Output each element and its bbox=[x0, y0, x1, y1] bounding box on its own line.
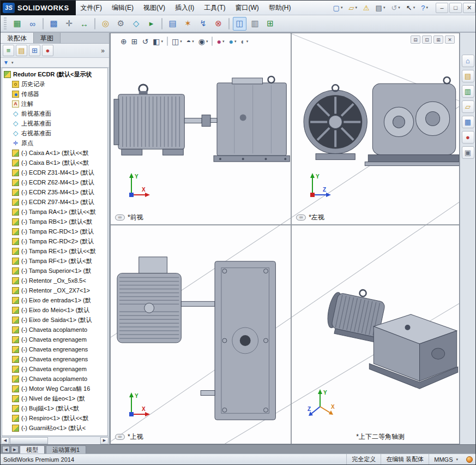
scroll-track[interactable] bbox=[10, 437, 100, 444]
help-icon[interactable]: ? ▾ bbox=[418, 2, 431, 14]
linear-component-pattern-icon[interactable]: ▩ bbox=[47, 17, 61, 31]
assembly-visualization-icon[interactable]: ▥ bbox=[248, 17, 262, 31]
separator[interactable]: ▾ bbox=[212, 37, 213, 46]
exploded-view-icon[interactable]: ✶ bbox=[181, 17, 195, 31]
propertymanager-tab-icon[interactable]: ▤ bbox=[16, 45, 27, 56]
custom-properties-icon[interactable]: ● bbox=[462, 131, 474, 144]
zoom-to-fit-icon[interactable]: ⊕ ▾ bbox=[118, 35, 129, 47]
tree-item[interactable]: (-) Chaveta engrenagens bbox=[2, 344, 107, 354]
new-document-icon[interactable]: ▢ ▾ bbox=[330, 2, 346, 14]
toolbar-grip-icon[interactable] bbox=[4, 17, 7, 29]
save-warning-icon[interactable]: ⚠ ▾ bbox=[360, 2, 372, 14]
overflow-chevron-icon[interactable]: » bbox=[99, 47, 107, 55]
minimize-button[interactable]: – bbox=[436, 3, 448, 13]
tab-scroll-left-button[interactable]: ◀ bbox=[2, 446, 10, 453]
left-view-pane[interactable]: Y Z ∞ *左视 bbox=[292, 33, 459, 225]
tree-item[interactable]: 原点 bbox=[2, 138, 107, 148]
view-settings-icon[interactable]: ◐ ▾ bbox=[238, 35, 250, 47]
tab-scroll-right-button[interactable]: ▶ bbox=[11, 446, 19, 453]
tree-item[interactable]: (-) Eixo do Meio<1> (默认 bbox=[2, 305, 107, 315]
menu-item[interactable]: 插入(I) bbox=[170, 1, 199, 15]
document-tab[interactable]: 运动算例1 bbox=[46, 445, 86, 454]
separator[interactable] bbox=[43, 18, 44, 29]
smart-fasteners-icon[interactable]: ✛ bbox=[62, 17, 76, 31]
child-maximize-button[interactable]: ⊞ bbox=[433, 35, 443, 44]
tree-item[interactable]: (-) Retentor _Ox_5x8.5< bbox=[2, 276, 107, 285]
view-orientation-icon[interactable]: ◫ ▾ bbox=[170, 35, 184, 47]
tree-item[interactable]: 历史记录 bbox=[2, 79, 107, 89]
solidworks-resources-icon[interactable]: ⌂ bbox=[462, 55, 474, 67]
tree-item[interactable]: 上视基准面 bbox=[2, 118, 107, 128]
tree-item[interactable]: (-) Chaveta acoplamento bbox=[2, 325, 107, 335]
tree-item[interactable]: (-) Retentor _OX_2X7<1> bbox=[2, 285, 107, 295]
close-button[interactable]: ✕ bbox=[463, 3, 475, 13]
status-sphere-icon[interactable] bbox=[466, 456, 473, 463]
interference-detection-icon[interactable]: ⊗ bbox=[212, 17, 225, 31]
explode-line-sketch-icon[interactable]: ↯ bbox=[196, 17, 210, 31]
maximize-button[interactable]: □ bbox=[449, 3, 462, 13]
undo-icon[interactable]: ↺ ▾ bbox=[388, 2, 402, 14]
mate-icon[interactable]: ∞ bbox=[26, 17, 39, 31]
edit-appearance-icon[interactable]: ● ▾ bbox=[214, 35, 226, 47]
featuremanager-tab-icon[interactable]: ≡ bbox=[3, 45, 14, 56]
forum-icon[interactable]: ▣ bbox=[462, 146, 474, 159]
bill-of-materials-icon[interactable]: ▤ bbox=[166, 17, 179, 31]
separator[interactable] bbox=[94, 18, 95, 29]
scroll-thumb[interactable] bbox=[10, 437, 48, 444]
tree-item[interactable]: (-) ECDR Z62-M4<1> (默认 bbox=[2, 177, 107, 187]
tree-item[interactable]: (-) Tampa Superior<1> (默 bbox=[2, 266, 107, 276]
separator[interactable]: ▾ bbox=[167, 37, 168, 46]
tree-item[interactable]: (-) Tampa RA<1> (默认<<默 bbox=[2, 207, 107, 217]
tree-item[interactable]: 右视基准面 bbox=[2, 128, 107, 138]
tree-item[interactable]: (-) Eixo de Saida<1> (默认 bbox=[2, 315, 107, 325]
tree-item[interactable]: (-) ECDR Z31-M4<1> (默认 bbox=[2, 168, 107, 177]
scroll-right-button[interactable]: ▶ bbox=[100, 437, 109, 444]
appearances-scenes-icon[interactable]: ▦ bbox=[462, 116, 474, 128]
show-hidden-components-icon[interactable]: ◎ bbox=[99, 17, 112, 31]
menu-item[interactable]: 窗口(W) bbox=[231, 1, 264, 15]
tree-item[interactable]: (-) Caixa B<1> (默认<<默 bbox=[2, 158, 107, 168]
tree-item[interactable]: 传感器 bbox=[2, 89, 107, 99]
panel-tab[interactable]: 装配体 bbox=[1, 33, 34, 43]
graphics-viewport[interactable]: Y X ∞ *前视 bbox=[110, 33, 460, 444]
scroll-left-button[interactable]: ◀ bbox=[1, 437, 9, 444]
separator[interactable] bbox=[161, 18, 162, 29]
section-view-icon[interactable]: ◧ ▾ bbox=[150, 35, 165, 47]
tree-item[interactable]: (-) Tampa RC-RD<1> (默认 bbox=[2, 226, 107, 236]
menu-item[interactable]: 文件(F) bbox=[76, 1, 107, 15]
assembly-features-icon[interactable]: ⚙ bbox=[114, 17, 128, 31]
tree-item[interactable]: (-) Guarni秥o<1> (默认< bbox=[2, 423, 107, 433]
new-motion-study-icon[interactable]: ▸ bbox=[144, 17, 158, 31]
tree-item[interactable]: 前视基准面 bbox=[2, 109, 107, 118]
child-close-button[interactable]: ✕ bbox=[445, 35, 455, 44]
tree-item[interactable]: (-) Tampa RC-RD<2> (默认 bbox=[2, 236, 107, 246]
zoom-to-area-icon[interactable]: ⊞ ▾ bbox=[129, 35, 140, 47]
menu-item[interactable]: 视图(V) bbox=[138, 1, 170, 15]
tree-item[interactable]: (-) Chaveta acoplamento bbox=[2, 374, 107, 384]
tree-item[interactable]: (-) Tampa RB<1> (默认<默 bbox=[2, 217, 107, 226]
tree-item[interactable]: (-) Eixo de entrada<1> (默 bbox=[2, 295, 107, 305]
large-assembly-mode-icon[interactable]: ◫ bbox=[233, 17, 246, 31]
tree-item[interactable]: (-) Tampa RE<1> (默认<<默 bbox=[2, 246, 107, 256]
display-style-icon[interactable]: ◓ ▾ bbox=[184, 35, 196, 47]
displaymanager-tab-icon[interactable]: ● bbox=[42, 45, 53, 56]
filter-funnel-icon[interactable]: ▼ bbox=[3, 59, 9, 65]
open-icon[interactable]: ▱ ▾ bbox=[346, 2, 360, 14]
tree-item[interactable]: (-) Chaveta engrenagem bbox=[2, 335, 107, 344]
print-icon[interactable]: ▤ ▾ bbox=[373, 2, 388, 14]
units-dropdown[interactable]: MMGS ▾ bbox=[429, 454, 463, 464]
panel-tab[interactable]: 草图 bbox=[34, 33, 61, 43]
tree-item[interactable]: (-) Caixa A<1> (默认<<默 bbox=[2, 148, 107, 158]
menu-item[interactable]: 编辑(E) bbox=[107, 1, 138, 15]
menu-item[interactable]: 工具(T) bbox=[199, 1, 230, 15]
design-library-icon[interactable]: ▤ bbox=[462, 70, 474, 82]
previous-view-icon[interactable]: ↺ ▾ bbox=[140, 35, 150, 47]
move-component-icon[interactable]: ↔ bbox=[77, 17, 91, 31]
front-view-pane[interactable]: Y X ∞ *前视 bbox=[111, 33, 292, 225]
hide-show-items-icon[interactable]: ◉ ▾ bbox=[196, 35, 210, 47]
document-tab[interactable]: 模型 bbox=[20, 445, 45, 454]
tree-item[interactable]: (-) Nivel de 鎑eo<1> (默 bbox=[2, 394, 107, 403]
tree-root[interactable]: Redutor ECDR (默认<显示状 bbox=[2, 69, 107, 79]
isometric-view-pane[interactable]: Y Z X *上下二等角轴测 bbox=[292, 225, 459, 444]
tree-item[interactable]: (-) Chaveta engrenagens bbox=[2, 354, 107, 364]
